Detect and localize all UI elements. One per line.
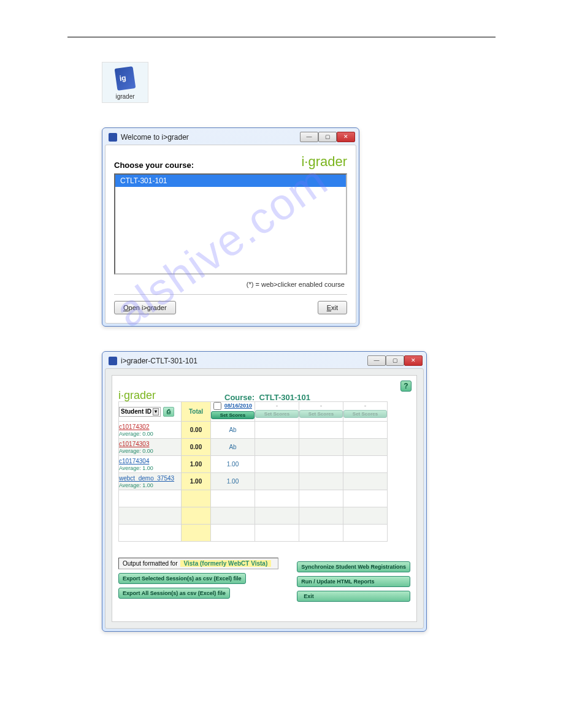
igrader-logo: i·grader: [301, 154, 347, 170]
course-list-item[interactable]: CTLT-301-101: [115, 175, 346, 187]
session-header: - Set Scores: [255, 402, 299, 422]
titlebar: i>grader-CTLT-301-101 — ▢ ✕: [105, 354, 424, 368]
exit-button[interactable]: Exit: [297, 591, 410, 602]
close-button[interactable]: ✕: [337, 132, 355, 142]
help-button[interactable]: ?: [400, 381, 412, 392]
table-row: c10174304Average: 1.00 1.00 1.00: [119, 456, 388, 473]
session-header: - Set Scores: [299, 402, 343, 422]
set-scores-button[interactable]: Set Scores: [343, 410, 387, 418]
export-selected-button[interactable]: Export Selected Session(s) as csv (Excel…: [118, 573, 246, 584]
student-average: Average: 1.00: [119, 482, 153, 488]
score-cell: 1.00: [211, 473, 255, 490]
student-average: Average: 0.00: [119, 431, 153, 437]
course-listbox[interactable]: CTLT-301-101: [114, 173, 347, 275]
table-row: c10174303Average: 0.00 0.00 Ab: [119, 439, 388, 456]
window-title: i>grader-CTLT-301-101: [121, 357, 197, 365]
output-format-box: Output formatted for Vista (formerly Web…: [118, 558, 278, 569]
close-button[interactable]: ✕: [404, 355, 423, 366]
export-all-button[interactable]: Export All Session(s) as csv (Excel) fil…: [118, 588, 230, 599]
table-row: [119, 507, 388, 525]
window-title: Welcome to i>grader: [121, 133, 189, 142]
student-id-label: Student ID: [121, 408, 151, 415]
maximize-button[interactable]: ▢: [386, 355, 404, 366]
print-icon[interactable]: ⎙: [163, 407, 174, 417]
set-scores-button[interactable]: Set Scores: [255, 410, 299, 418]
student-link[interactable]: c10174304: [119, 458, 150, 464]
student-link[interactable]: c10174303: [119, 441, 150, 447]
minimize-button[interactable]: —: [367, 355, 386, 366]
total-cell: 1.00: [182, 473, 211, 490]
exit-button[interactable]: Exit: [318, 301, 347, 314]
desktop-icon-label: igrader: [102, 93, 148, 100]
student-link[interactable]: webct_demo_37543: [119, 475, 174, 482]
session-date-link[interactable]: 08/16/2010: [224, 403, 252, 409]
course-name: CTLT-301-101: [259, 393, 310, 402]
student-average: Average: 1.00: [119, 465, 153, 471]
open-rest: pen i>grader: [129, 304, 167, 311]
grades-table: Student ID ▾ ⎙ Total 08/16/2010 Set Scor…: [118, 401, 388, 542]
sync-registrations-button[interactable]: Synchronize Student Web Registrations: [297, 561, 410, 572]
course-heading: Course: CTLT-301-101: [224, 393, 310, 402]
maximize-button[interactable]: ▢: [318, 132, 337, 142]
course-label: Course:: [224, 393, 255, 402]
app-icon: [109, 357, 117, 365]
desktop-icon[interactable]: igrader: [102, 62, 148, 103]
titlebar: Welcome to i>grader — ▢ ✕: [105, 131, 356, 145]
exit-mnemonic: E: [327, 304, 331, 311]
session-date: -: [276, 403, 278, 409]
webclicker-note: (*) = web>clicker enabled course: [114, 281, 345, 288]
output-format-label: Output formatted for: [123, 560, 178, 567]
student-link[interactable]: c10174302: [119, 423, 150, 430]
chevron-down-icon: ▾: [153, 408, 159, 415]
table-row: [119, 490, 388, 507]
app-icon: [109, 133, 117, 142]
set-scores-button[interactable]: Set Scores: [211, 411, 255, 419]
student-id-select[interactable]: Student ID ▾: [119, 407, 161, 417]
minimize-button[interactable]: —: [300, 132, 318, 142]
set-scores-button[interactable]: Set Scores: [299, 410, 343, 418]
igrader-app-icon: [115, 66, 136, 91]
session-date: -: [320, 403, 322, 409]
student-average: Average: 0.00: [119, 448, 153, 454]
welcome-window: Welcome to i>grader — ▢ ✕ Choose your co…: [102, 127, 359, 327]
table-row: [119, 525, 388, 542]
run-reports-button[interactable]: Run / Update HTML Reports: [297, 576, 410, 587]
total-cell: 0.00: [182, 422, 211, 439]
igrader-logo: i·grader: [118, 389, 156, 402]
igrader-window: i>grader-CTLT-301-101 — ▢ ✕ ? i·grader C…: [102, 351, 427, 632]
total-cell: 1.00: [182, 456, 211, 473]
table-row: webct_demo_37543Average: 1.00 1.00 1.00: [119, 473, 388, 490]
score-cell: 1.00: [211, 456, 255, 473]
choose-course-label: Choose your course:: [114, 161, 194, 170]
score-cell: Ab: [211, 439, 255, 456]
horizontal-rule: [67, 37, 496, 37]
session-date: -: [364, 403, 366, 409]
exit-rest: xit: [331, 304, 338, 311]
session-checkbox[interactable]: [213, 402, 221, 410]
total-cell: 0.00: [182, 439, 211, 456]
output-format-value: Vista (formerly WebCT Vista): [180, 560, 272, 567]
session-header: - Set Scores: [343, 402, 388, 422]
session-header: 08/16/2010 Set Scores: [211, 402, 255, 422]
score-cell: Ab: [211, 422, 255, 439]
student-id-header: Student ID ▾ ⎙: [119, 402, 182, 422]
open-mnemonic: O: [123, 304, 129, 311]
total-header: Total: [182, 402, 211, 422]
table-row: c10174302Average: 0.00 0.00 Ab: [119, 422, 388, 439]
open-igrader-button[interactable]: Open i>grader: [114, 301, 176, 314]
